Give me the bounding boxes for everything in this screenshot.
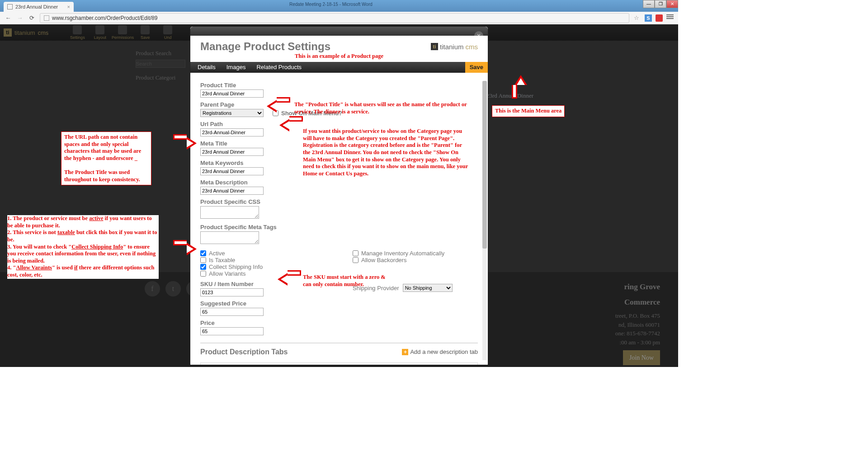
reload-button[interactable]: ⟳	[28, 14, 35, 22]
label-shipping-info: Collect Shipping Info	[209, 263, 263, 270]
input-price[interactable]	[200, 327, 264, 335]
tab-images[interactable]: Images	[226, 64, 246, 70]
annotation-parent-page: If you want this product/service to show…	[303, 128, 470, 177]
textarea-css[interactable]	[200, 206, 259, 219]
annotation-url-path: The URL path can not contain spaces and …	[61, 132, 151, 185]
back-button[interactable]: ←	[5, 14, 12, 22]
cms-logo-small-icon: ti	[431, 43, 438, 50]
label-css: Product Specific CSS	[200, 198, 478, 205]
label-manage-inv: Manage Inventory Automatically	[361, 250, 444, 257]
add-description-tab-button[interactable]: + Add a new description tab	[402, 348, 478, 355]
annotation-checkboxes: 1. The product or service must be active…	[7, 215, 159, 279]
label-product-title: Product Title	[200, 82, 478, 89]
label-meta-tags: Product Specific Meta Tags	[200, 224, 478, 230]
input-url-path[interactable]	[200, 128, 264, 136]
annotation-example: This is an example of a Product page	[190, 53, 488, 60]
extension-s-icon[interactable]: S	[645, 14, 652, 22]
window-controls: — ❐ ✕	[643, 0, 678, 8]
input-product-title[interactable]	[200, 89, 264, 98]
site-icon	[44, 15, 49, 21]
arrow-icon	[279, 119, 289, 132]
label-variants: Allow Variants	[209, 270, 245, 277]
tab-details[interactable]: Details	[198, 64, 216, 70]
select-parent-page[interactable]: Registrations	[200, 109, 264, 117]
modal-tab-bar: Details Images Related Products Save	[190, 62, 488, 73]
arrow-icon	[187, 137, 197, 150]
product-settings-modal: ✕ Manage Product Settings ti titanium cm…	[190, 26, 488, 365]
forward-button[interactable]: →	[16, 14, 24, 22]
label-price: Price	[200, 320, 478, 326]
address-bar[interactable]: www.rsgchamber.com/OrderProduct/Edit/89	[40, 13, 629, 23]
input-sugg-price[interactable]	[200, 308, 264, 316]
input-sku[interactable]	[200, 288, 264, 296]
annotation-product-title: The "Product Title" is what users will s…	[294, 101, 471, 115]
input-meta-title[interactable]	[200, 148, 264, 156]
maximize-button[interactable]: ❐	[655, 0, 666, 8]
checkbox-variants[interactable]	[200, 271, 206, 277]
checkbox-taxable[interactable]	[200, 257, 206, 263]
annotation-main-menu: This is the Main Menu area	[492, 105, 565, 117]
taskbar-hint: Redate Meeting 2-18-15 - Microsoft Word	[289, 2, 373, 7]
cms-brand: ti titanium cms	[431, 43, 478, 51]
close-window-button[interactable]: ✕	[666, 0, 678, 8]
modal-scrollbar[interactable]	[482, 81, 487, 360]
extension-adblock-icon[interactable]	[656, 14, 663, 22]
tab-title-row: Tab Title −	[200, 362, 478, 365]
url-text: www.rsgchamber.com/OrderProduct/Edit/89	[52, 15, 157, 21]
bookmark-icon[interactable]	[634, 14, 641, 22]
label-backorders: Allow Backorders	[361, 257, 406, 263]
label-active: Active	[209, 250, 225, 257]
page-icon	[7, 4, 13, 9]
select-shipping-provider[interactable]: No Shipping	[403, 284, 453, 292]
browser-tab[interactable]: 23rd Annual Dinner ×	[4, 2, 74, 12]
plus-icon: +	[402, 349, 408, 355]
section-desc-tabs: Product Description Tabs	[200, 348, 288, 356]
checkbox-manage-inv[interactable]	[353, 250, 359, 256]
checkbox-active[interactable]	[200, 250, 206, 256]
modal-title: Manage Product Settings	[200, 40, 330, 53]
tab-title: 23rd Annual Dinner	[15, 4, 58, 9]
checkbox-backorders[interactable]	[353, 257, 359, 263]
arrow-icon	[187, 243, 197, 255]
label-taxable: Is Taxable	[209, 257, 235, 263]
input-meta-desc[interactable]	[200, 187, 264, 195]
tab-related[interactable]: Related Products	[256, 64, 302, 70]
close-tab-icon[interactable]: ×	[67, 4, 70, 9]
minimize-button[interactable]: —	[643, 0, 655, 8]
modal-overlay: ✕ Manage Product Settings ti titanium cm…	[0, 24, 678, 367]
arrow-icon	[514, 75, 527, 85]
modal-save-button[interactable]: Save	[465, 62, 488, 73]
chrome-menu-icon[interactable]	[666, 14, 674, 22]
textarea-meta-tags[interactable]	[200, 231, 259, 244]
label-url-path: Url Path	[200, 121, 478, 127]
arrow-icon	[278, 273, 288, 286]
input-meta-keywords[interactable]	[200, 167, 264, 175]
arrow-icon	[267, 100, 277, 113]
checkbox-shipping-info[interactable]	[200, 264, 206, 270]
browser-toolbar: ← → ⟳ www.rsgchamber.com/OrderProduct/Ed…	[0, 12, 678, 24]
label-parent-page: Parent Page	[200, 101, 264, 108]
label-sugg-price: Suggested Price	[200, 300, 478, 307]
annotation-sku: The SKU must start with a zero & can onl…	[303, 274, 393, 288]
label-meta-desc: Meta Description	[200, 179, 478, 186]
